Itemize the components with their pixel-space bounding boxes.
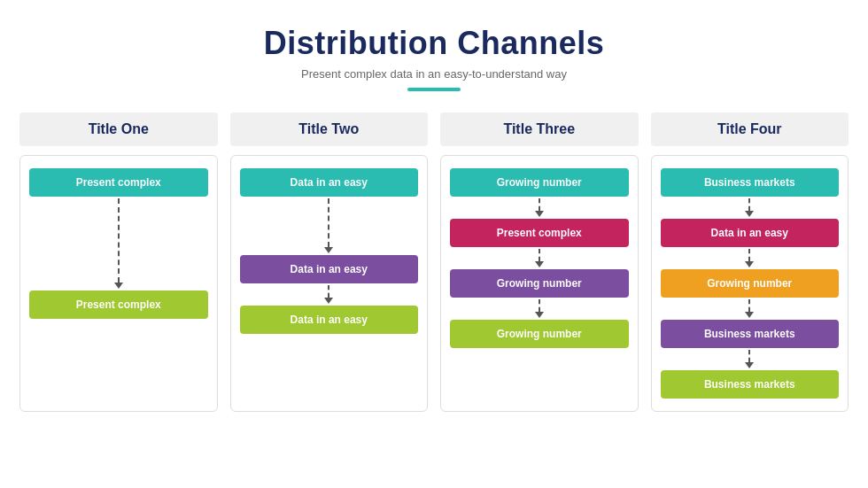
node-col2-0: Data in an easy — [240, 168, 419, 197]
col-title-col1: Title One — [19, 112, 218, 146]
node-col4-3: Business markets — [661, 320, 840, 348]
connector-col4-0 — [745, 198, 754, 217]
node-col1-1: Present complex — [29, 290, 208, 319]
column-col3: Title ThreeGrowing numberPresent complex… — [440, 112, 639, 412]
connector-col3-0 — [535, 198, 544, 217]
col-box-col2: Data in an easyData in an easyData in an… — [230, 155, 429, 412]
title-underline — [407, 88, 461, 91]
page-subtitle: Present complex data in an easy-to-under… — [264, 67, 605, 81]
node-col3-1: Present complex — [450, 219, 629, 247]
col-box-col4: Business marketsData in an easyGrowing n… — [651, 155, 849, 412]
col-title-col2: Title Two — [230, 112, 429, 146]
node-col3-3: Growing number — [450, 320, 629, 348]
column-col4: Title FourBusiness marketsData in an eas… — [651, 112, 849, 412]
connector-col3-2 — [535, 299, 544, 318]
node-col4-1: Data in an easy — [661, 219, 840, 247]
connector-col4-3 — [745, 350, 754, 368]
col-title-col4: Title Four — [651, 112, 849, 146]
columns-container: Title OnePresent complexPresent complexT… — [0, 97, 868, 412]
connector-col1-0 — [114, 198, 123, 289]
page-header: Distribution Channels Present complex da… — [264, 0, 605, 91]
node-col2-1: Data in an easy — [240, 255, 419, 283]
connector-col3-1 — [535, 249, 544, 267]
connector-col4-2 — [745, 299, 754, 318]
column-col1: Title OnePresent complexPresent complex — [19, 112, 218, 412]
connector-col4-1 — [745, 249, 754, 267]
node-col4-0: Business markets — [661, 168, 840, 197]
page-title: Distribution Channels — [264, 25, 605, 62]
col-box-col1: Present complexPresent complex — [19, 155, 218, 412]
connector-col2-1 — [324, 285, 333, 304]
col-box-col3: Growing numberPresent complexGrowing num… — [440, 155, 639, 412]
node-col2-2: Data in an easy — [240, 306, 419, 334]
connector-col2-0 — [324, 198, 333, 253]
node-col4-4: Business markets — [661, 370, 840, 399]
node-col1-0: Present complex — [29, 168, 208, 197]
node-col3-0: Growing number — [450, 168, 629, 197]
node-col4-2: Growing number — [661, 269, 840, 298]
column-col2: Title TwoData in an easyData in an easyD… — [230, 112, 429, 412]
node-col3-2: Growing number — [450, 269, 629, 298]
col-title-col3: Title Three — [440, 112, 639, 146]
